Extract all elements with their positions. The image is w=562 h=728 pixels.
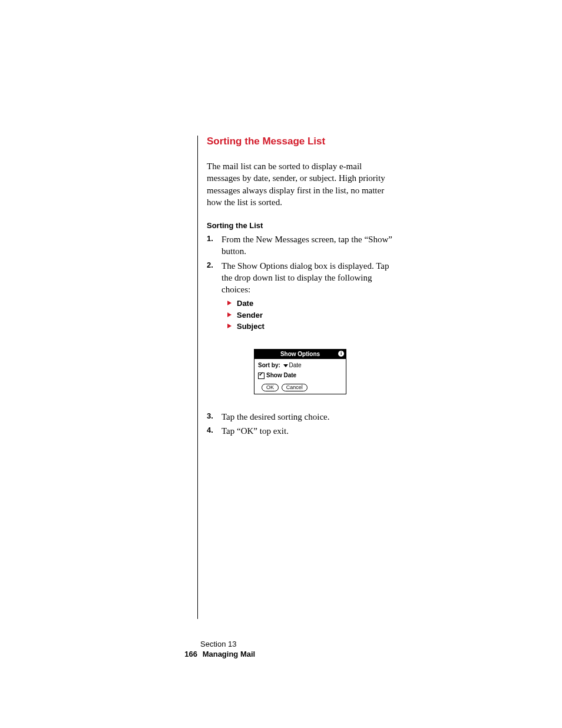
footer-section: Section 13 xyxy=(200,640,255,648)
content-column: Sorting the Message List The mail list c… xyxy=(197,136,395,619)
footer-title-line: 166 Managing Mail xyxy=(177,650,255,658)
page: Sorting the Message List The mail list c… xyxy=(0,0,562,728)
sort-by-row: Sort by: Date xyxy=(258,362,342,368)
dialog-title-text: Show Options xyxy=(280,351,320,357)
step-text: From the New Messages screen, tap the “S… xyxy=(222,235,392,256)
step-text: Tap the desired sorting choice. xyxy=(222,412,329,421)
choice-bullets: Date Sender Subject xyxy=(227,298,395,332)
steps-list-a: 1. From the New Messages screen, tap the… xyxy=(207,233,395,332)
show-date-label: Show Date xyxy=(266,372,296,378)
info-icon[interactable]: i xyxy=(338,351,344,357)
step-4: 4. Tap “OK” top exit. xyxy=(207,425,395,437)
dropdown-icon[interactable] xyxy=(283,364,288,367)
bullet-subject: Subject xyxy=(227,321,395,332)
cancel-button[interactable]: Cancel xyxy=(282,384,308,391)
step-number: 2. xyxy=(207,260,213,271)
step-text: Tap “OK” top exit. xyxy=(222,426,289,436)
dialog-buttons: OK Cancel xyxy=(258,384,342,391)
step-number: 3. xyxy=(207,411,213,421)
bullet-sender: Sender xyxy=(227,309,395,321)
dialog-figure: Show Options i Sort by: Date Show Date O… xyxy=(254,349,395,394)
step-3: 3. Tap the desired sorting choice. xyxy=(207,411,395,423)
show-date-row: Show Date xyxy=(258,372,342,379)
dialog-body: Sort by: Date Show Date OK Cancel xyxy=(254,359,346,394)
show-date-checkbox[interactable] xyxy=(258,373,265,379)
step-2: 2. The Show Options dialog box is displa… xyxy=(207,260,395,332)
intro-paragraph: The mail list can be sorted to display e… xyxy=(207,160,395,208)
chapter-title: Managing Mail xyxy=(203,650,256,658)
step-number: 4. xyxy=(207,425,213,436)
section-heading: Sorting the Message List xyxy=(207,136,395,147)
page-footer: Section 13 166 Managing Mail xyxy=(177,640,255,658)
ok-button[interactable]: OK xyxy=(262,384,279,391)
sort-by-value[interactable]: Date xyxy=(289,362,302,368)
page-number: 166 xyxy=(177,650,197,658)
bullet-date: Date xyxy=(227,298,395,309)
sort-by-label: Sort by: xyxy=(258,362,280,368)
step-text: The Show Options dialog box is displayed… xyxy=(222,261,389,295)
procedure-heading: Sorting the List xyxy=(207,221,395,230)
dialog-titlebar: Show Options i xyxy=(254,350,346,359)
show-options-dialog: Show Options i Sort by: Date Show Date O… xyxy=(254,349,346,394)
step-number: 1. xyxy=(207,233,213,244)
step-1: 1. From the New Messages screen, tap the… xyxy=(207,233,395,258)
steps-list-b: 3. Tap the desired sorting choice. 4. Ta… xyxy=(207,411,395,437)
